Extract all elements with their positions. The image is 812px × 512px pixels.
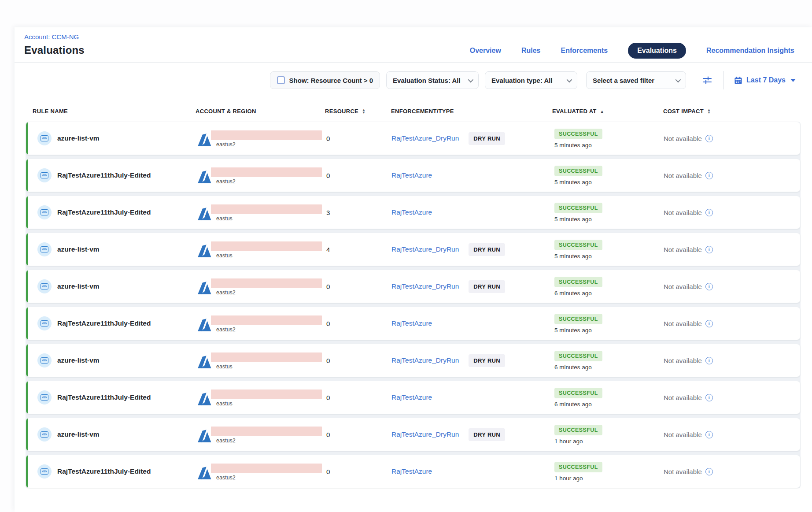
status-badge: SUCCESSFUL [554,388,602,398]
info-icon[interactable]: i [705,246,713,253]
date-range-picker[interactable]: Last 7 Days [734,76,796,85]
status-badge: SUCCESSFUL [554,351,602,361]
account-block: eastus2 [211,167,322,185]
tab-rules[interactable]: Rules [521,47,541,55]
rule-icon: </> [37,464,52,479]
enforcement-link[interactable]: RajTestAzure [391,208,432,216]
filter-settings-button[interactable] [702,75,712,85]
rule-name: azure-list-vm [57,245,100,253]
account-region-cell: eastus [196,203,325,223]
tab-enforcements[interactable]: Enforcements [561,47,608,55]
column-rule-name: RULE NAME [26,108,196,115]
cost-impact-value: Not available [664,394,702,401]
evaluation-row[interactable]: </> azure-list-vm eastus 0 RajTestAzure_… [26,344,801,377]
enforcement-link[interactable]: RajTestAzure_DryRun [391,356,459,364]
evaluation-status-select[interactable]: Evaluation Status: All [386,71,479,89]
chevron-down-icon [567,77,572,82]
evaluated-time: 5 minutes ago [554,179,592,186]
evaluations-table-body: </> azure-list-vm eastus2 0 RajTestAzure… [26,122,801,488]
evaluation-row[interactable]: </> RajTestAzure11thJuly-Edited eastus2 … [26,159,801,192]
code-file-icon: </> [41,357,48,364]
code-file-icon: </> [41,320,48,326]
enforcement-link[interactable]: RajTestAzure [391,319,432,327]
column-resource[interactable]: RESOURCE▲▼ [325,108,391,115]
redacted-account-name [211,167,322,177]
column-cost-impact[interactable]: COST IMPACT▲▼ [663,108,801,115]
evaluation-row[interactable]: </> RajTestAzure11thJuly-Edited eastus 0… [26,381,801,414]
enforcement-cell: RajTestAzure DRY RUN [391,171,553,179]
rule-name: RajTestAzure11thJuly-Edited [57,319,151,327]
code-file-icon: </> [41,468,48,475]
column-label: EVALUATED AT [552,108,597,115]
rule-name-cell: </> RajTestAzure11thJuly-Edited [26,464,196,479]
enforcement-cell: RajTestAzure DRY RUN [391,208,553,216]
cost-impact-cell: Not available i [664,357,800,364]
evaluation-row[interactable]: </> RajTestAzure11thJuly-Edited eastus2 … [26,307,801,340]
account-region-cell: eastus2 [196,462,325,482]
enforcement-link[interactable]: RajTestAzure [391,467,432,475]
tab-evaluations[interactable]: Evaluations [628,43,686,59]
resource-count-filter[interactable]: Show: Resource Count > 0 [270,71,380,89]
info-icon[interactable]: i [705,172,713,179]
column-evaluated-at[interactable]: EVALUATED AT▲ [552,108,663,115]
cost-impact-cell: Not available i [664,283,800,290]
evaluated-time: 5 minutes ago [554,253,592,260]
rule-name-cell: </> RajTestAzure11thJuly-Edited [26,205,196,219]
account-region-cell: eastus2 [196,166,325,186]
code-file-icon: </> [41,283,48,289]
redacted-account-name [211,130,322,140]
resource-count-label: Show: Resource Count > 0 [289,77,373,84]
evaluation-row[interactable]: </> azure-list-vm eastus2 0 RajTestAzure… [26,270,801,303]
account-region-cell: eastus2 [196,129,325,148]
info-icon[interactable]: i [705,394,713,401]
evaluation-row[interactable]: </> RajTestAzure11thJuly-Edited eastus2 … [26,455,801,488]
dry-run-badge: DRY RUN [469,243,505,256]
code-file-icon: </> [41,209,48,215]
evaluation-row[interactable]: </> azure-list-vm eastus2 0 RajTestAzure… [26,418,801,451]
enforcement-link[interactable]: RajTestAzure_DryRun [391,430,459,438]
enforcement-link[interactable]: RajTestAzure [391,171,432,179]
status-badge: SUCCESSFUL [554,129,602,139]
resource-count-checkbox[interactable] [277,76,285,84]
info-icon[interactable]: i [705,431,713,438]
dry-run-badge: DRY RUN [469,428,505,441]
account-block: eastus2 [211,427,322,444]
dry-run-badge: DRY RUN [469,132,505,145]
evaluation-row[interactable]: </> RajTestAzure11thJuly-Edited eastus 3… [26,196,801,229]
info-icon[interactable]: i [705,357,713,364]
cost-impact-cell: Not available i [664,246,800,253]
enforcement-link[interactable]: RajTestAzure [391,393,432,401]
azure-icon [196,391,213,408]
azure-icon [196,206,213,223]
column-label: ENFORCEMENT/TYPE [391,108,454,115]
rule-icon: </> [37,242,52,256]
resource-count: 0 [325,320,391,327]
cost-impact-value: Not available [664,468,702,475]
enforcement-link[interactable]: RajTestAzure_DryRun [391,134,459,142]
region-label: eastus2 [211,438,322,444]
account-breadcrumb-link[interactable]: Account: CCM-NG [24,33,79,41]
evaluation-row[interactable]: </> azure-list-vm eastus2 0 RajTestAzure… [26,122,801,155]
account-region-cell: eastus2 [196,425,325,445]
enforcement-link[interactable]: RajTestAzure_DryRun [391,245,459,253]
status-badge: SUCCESSFUL [554,425,602,435]
info-icon[interactable]: i [705,209,713,216]
info-icon[interactable]: i [705,135,713,142]
redacted-account-name [211,278,322,288]
saved-filter-select[interactable]: Select a saved filter [586,71,686,89]
code-file-icon: </> [41,394,48,401]
tab-recommendation-insights[interactable]: Recommendation Insights [706,47,794,55]
resource-count: 4 [325,246,391,253]
rule-name: azure-list-vm [57,134,100,142]
enforcement-link[interactable]: RajTestAzure_DryRun [391,282,459,290]
resource-count: 0 [325,135,391,142]
evaluation-row[interactable]: </> azure-list-vm eastus 4 RajTestAzure_… [26,233,801,266]
info-icon[interactable]: i [705,468,713,475]
tab-overview[interactable]: Overview [470,47,501,55]
info-icon[interactable]: i [705,283,713,290]
account-block: eastus [211,390,322,407]
status-badge: SUCCESSFUL [554,277,602,287]
evaluation-type-select[interactable]: Evaluation type: All [485,71,577,89]
evaluated-at-cell: SUCCESSFUL 5 minutes ago [553,129,664,148]
info-icon[interactable]: i [705,320,713,327]
